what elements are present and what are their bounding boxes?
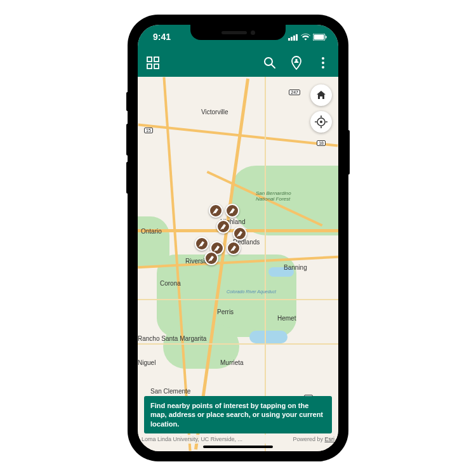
route-shield: 18	[317, 140, 326, 146]
city-label: Hemet	[277, 315, 296, 322]
svg-rect-8	[154, 57, 159, 62]
pin-person-icon	[290, 56, 303, 70]
locate-fab[interactable]	[310, 111, 332, 133]
svg-point-14	[322, 57, 324, 60]
home-icon	[315, 89, 327, 101]
road	[265, 77, 266, 451]
attribution-left: Loma Linda University, UC Riverside, ...	[142, 436, 242, 442]
battery-icon	[313, 34, 327, 41]
svg-line-12	[272, 65, 275, 68]
svg-point-13	[295, 59, 298, 62]
attribution-prefix: Powered by	[293, 436, 324, 442]
svg-rect-9	[147, 64, 152, 69]
attribution-right: Powered by Esri	[293, 436, 334, 442]
cellular-icon	[288, 34, 298, 41]
attribution-bar: Loma Linda University, UC Riverside, ...…	[138, 435, 338, 444]
svg-point-18	[320, 121, 322, 123]
svg-point-16	[322, 66, 324, 69]
app-grid-icon	[147, 56, 159, 69]
svg-rect-1	[291, 37, 293, 41]
mute-switch	[126, 92, 129, 111]
forest-label: San Bernardino National Forest	[256, 191, 307, 202]
wifi-icon	[301, 34, 310, 41]
status-right	[288, 34, 327, 41]
esri-link[interactable]: Esri	[325, 436, 335, 442]
water	[249, 331, 288, 343]
city-label: San Clemente	[150, 388, 190, 395]
map-marker[interactable]	[204, 251, 218, 265]
map-marker[interactable]	[233, 227, 247, 241]
power-button	[347, 130, 350, 175]
search-icon	[263, 56, 276, 69]
road	[138, 299, 338, 300]
svg-point-15	[322, 62, 324, 64]
city-label: Ontario	[141, 228, 162, 235]
home-indicator[interactable]	[203, 446, 273, 448]
svg-rect-0	[288, 38, 290, 41]
city-label: Niguel	[138, 359, 155, 366]
city-label: Banning	[284, 264, 307, 271]
my-location-icon	[315, 116, 327, 128]
map[interactable]: 15 247 18 70 San Bernardino National For…	[138, 77, 338, 451]
map-marker[interactable]	[195, 237, 209, 251]
city-label: Rancho Santa Margarita	[138, 335, 206, 342]
notch	[190, 25, 286, 40]
road	[138, 343, 338, 345]
screen: 9:41	[138, 25, 338, 451]
app-bar	[138, 49, 338, 77]
map-marker[interactable]	[225, 204, 239, 218]
svg-rect-5	[314, 34, 324, 39]
pin-person-button[interactable]	[288, 54, 305, 72]
city-label: Murrieta	[220, 359, 244, 366]
app-grid-button[interactable]	[144, 54, 162, 72]
river-label: Colorado River Aqueduct	[227, 289, 276, 294]
svg-point-11	[265, 58, 272, 65]
vol-down	[126, 162, 129, 194]
vol-up	[126, 124, 129, 155]
map-marker[interactable]	[216, 220, 230, 234]
more-vert-icon	[322, 57, 324, 69]
svg-rect-10	[154, 64, 159, 69]
home-fab[interactable]	[310, 84, 332, 106]
hint-banner: Find nearby points of interest by tappin…	[144, 396, 332, 433]
phone-frame: 9:41	[129, 16, 347, 460]
map-marker[interactable]	[227, 241, 241, 255]
more-button[interactable]	[314, 54, 332, 72]
city-label: Perris	[217, 308, 234, 315]
svg-rect-2	[293, 36, 295, 41]
status-time: 9:41	[153, 32, 171, 42]
svg-rect-7	[147, 57, 152, 62]
svg-rect-6	[326, 36, 327, 38]
route-shield: 247	[289, 89, 300, 95]
route-shield: 15	[144, 128, 153, 133]
svg-rect-3	[296, 34, 298, 41]
city-label: Corona	[160, 280, 181, 287]
map-marker[interactable]	[209, 204, 223, 218]
search-button[interactable]	[261, 54, 279, 72]
city-label: Victorville	[201, 109, 228, 116]
